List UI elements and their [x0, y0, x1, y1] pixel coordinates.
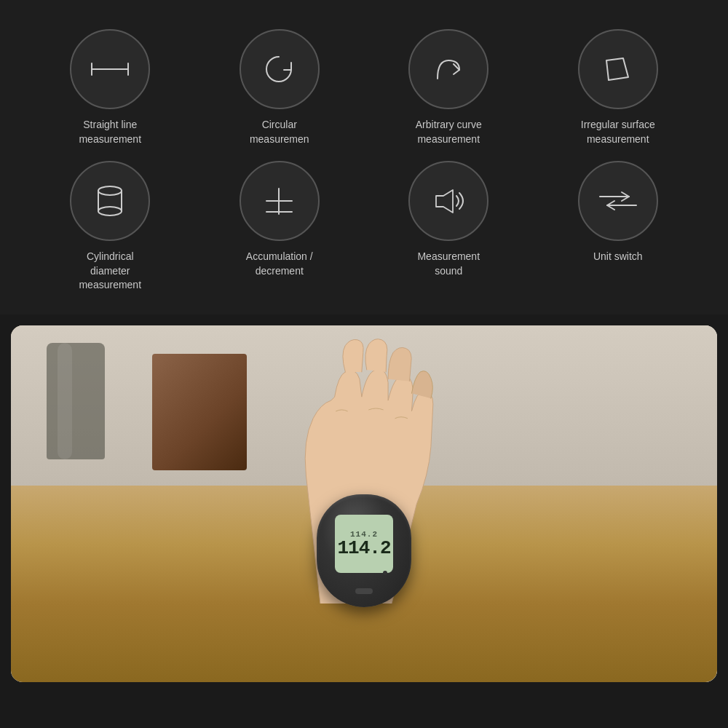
unit-switch-circle [578, 161, 658, 241]
features-section: Straight linemeasurement Circularmeasure… [0, 0, 728, 314]
device-screen: 114.2 114.2 [335, 515, 393, 573]
feature-accumulation: Accumulation /decrement [199, 161, 361, 293]
device-dot [383, 571, 387, 575]
arbitrary-curve-icon [429, 50, 469, 90]
accumulation-icon [259, 181, 299, 221]
irregular-surface-icon [598, 50, 638, 90]
cylindrical-circle [70, 161, 150, 241]
unit-switch-label: Unit switch [593, 250, 643, 264]
arbitrary-curve-circle [408, 29, 488, 109]
device-display-main: 114.2 [337, 539, 390, 558]
photo-background: 114.2 114.2 [11, 325, 717, 682]
product-photo: 114.2 114.2 [11, 325, 717, 682]
straight-line-circle [70, 29, 150, 109]
feature-cylindrical: Cylindricaldiametermeasurement [29, 161, 191, 293]
background-box [152, 354, 247, 470]
accumulation-label: Accumulation /decrement [246, 250, 313, 278]
arbitrary-curve-label: Arbitrary curvemeasurement [416, 118, 482, 146]
device-body: 114.2 114.2 [317, 494, 411, 607]
features-grid: Straight linemeasurement Circularmeasure… [15, 22, 713, 300]
svg-point-7 [98, 207, 122, 215]
accumulation-circle [240, 161, 320, 241]
measurement-device: 114.2 114.2 [317, 494, 411, 611]
feature-sound: Measurementsound [368, 161, 530, 293]
unit-switch-icon [596, 186, 640, 215]
svg-marker-3 [606, 58, 628, 80]
svg-point-4 [98, 186, 122, 195]
irregular-surface-label: Irregular surfacemeasurement [581, 118, 655, 146]
sound-label: Measurementsound [417, 250, 480, 278]
circular-circle [240, 29, 320, 109]
cylindrical-label: Cylindricaldiametermeasurement [79, 250, 141, 293]
feature-irregular-surface: Irregular surfacemeasurement [537, 29, 700, 146]
svg-marker-11 [436, 190, 453, 213]
feature-arbitrary-curve: Arbitrary curvemeasurement [368, 29, 530, 146]
feature-circular: Circularmeasuremen [199, 29, 361, 146]
irregular-surface-circle [578, 29, 658, 109]
main-container: Straight linemeasurement Circularmeasure… [0, 0, 728, 682]
straight-line-label: Straight linemeasurement [79, 118, 141, 146]
cylindrical-icon [90, 179, 130, 223]
straight-line-icon [88, 55, 132, 84]
circular-icon [259, 50, 299, 90]
device-button [355, 588, 373, 594]
feature-straight-line: Straight linemeasurement [29, 29, 191, 146]
sound-circle [408, 161, 488, 241]
sound-icon [429, 181, 469, 221]
feature-unit-switch: Unit switch [537, 161, 700, 293]
circular-label: Circularmeasuremen [250, 118, 309, 146]
background-glass [47, 343, 105, 459]
